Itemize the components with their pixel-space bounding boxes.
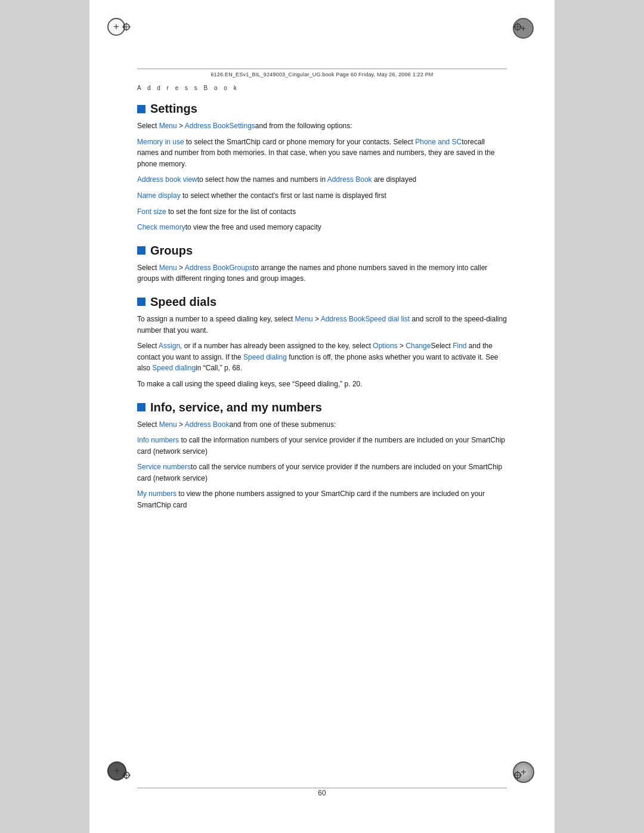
page: 6126.EN_ESv1_BIL_9249003_Cingular_UG.boo… <box>89 0 555 833</box>
address-book-link-s3: Address Book <box>327 175 372 184</box>
name-display-link: Name display <box>137 191 181 200</box>
settings-title: Settings <box>150 102 197 116</box>
info-service-p3: Service numbersto call the service numbe… <box>137 462 507 484</box>
service-numbers-link: Service numbers <box>137 463 191 471</box>
groups-title: Groups <box>150 244 193 258</box>
my-numbers-link: My numbers <box>137 490 177 498</box>
content-area: 6126.EN_ESv1_BIL_9249003_Cingular_UG.boo… <box>137 69 507 511</box>
speed-dialing-link2: Speed dialing <box>152 364 196 372</box>
address-book-link-s1: Address Book <box>185 122 230 130</box>
assign-link: Assign <box>159 342 180 350</box>
section-label: A d d r e s s B o o k <box>137 85 507 91</box>
change-link: Change <box>405 342 431 350</box>
address-book-view-link: Address book view <box>137 175 197 184</box>
speed-dials-heading: Speed dials <box>137 295 507 309</box>
memory-in-use-link: Memory in use <box>137 138 184 146</box>
speed-dial-list-link: Speed dial list <box>365 315 410 323</box>
check-memory-link: Check memory <box>137 223 185 231</box>
info-service-p2: Info numbers to call the information num… <box>137 435 507 457</box>
bottom-divider <box>137 788 507 788</box>
speed-dials-p2: Select Assign, or if a number has alread… <box>137 340 507 374</box>
header-divider <box>137 69 507 69</box>
speed-dials-title: Speed dials <box>150 295 216 309</box>
settings-heading: Settings <box>137 102 507 116</box>
groups-heading: Groups <box>137 244 507 258</box>
menu-link-s1: Menu <box>159 122 177 130</box>
menu-link-is1: Menu <box>159 420 177 429</box>
info-service-icon <box>137 403 145 411</box>
settings-p3: Address book viewto select how the names… <box>137 174 507 185</box>
crosshair-tl <box>122 23 131 31</box>
speed-dials-p3: To make a call using the speed dialing k… <box>137 379 507 390</box>
settings-icon <box>137 105 145 113</box>
info-numbers-link: Info numbers <box>137 436 179 444</box>
menu-link-sd1: Menu <box>295 315 313 323</box>
settings-p2: Memory in use to select the SmartChip ca… <box>137 137 507 170</box>
font-size-link: Font size <box>137 208 166 216</box>
groups-icon <box>137 246 145 255</box>
file-info: 6126.EN_ESv1_BIL_9249003_Cingular_UG.boo… <box>137 72 507 78</box>
info-service-p4: My numbers to view the phone numbers ass… <box>137 488 507 510</box>
crosshair-tr <box>513 23 522 31</box>
speed-dials-icon <box>137 298 145 306</box>
crosshair-br <box>513 771 522 779</box>
page-number: 60 <box>318 789 326 797</box>
address-book-link-sd1: Address Book <box>321 315 366 323</box>
crosshair-bl <box>122 771 131 779</box>
settings-p6: Check memoryto view the free and used me… <box>137 222 507 233</box>
groups-p1: Select Menu > Address BookGroupsto arran… <box>137 262 507 284</box>
settings-p5: Font size to set the font size for the l… <box>137 206 507 218</box>
menu-link-g1: Menu <box>159 264 177 272</box>
speed-dialing-link1: Speed dialing <box>243 353 287 361</box>
settings-p1: Select Menu > Address BookSettingsand fr… <box>137 120 507 132</box>
speed-dials-p1: To assign a number to a speed dialing ke… <box>137 314 507 336</box>
address-book-link-g1: Address Book <box>185 264 230 272</box>
address-book-link-is1: Address Book <box>185 420 230 429</box>
groups-link-g1: Groups <box>229 264 252 272</box>
settings-p4: Name display to select whether the conta… <box>137 190 507 202</box>
find-link: Find <box>453 342 466 350</box>
options-link: Options <box>373 342 397 350</box>
phone-and-sc-link: Phone and SC <box>415 138 462 146</box>
settings-link-s1: Settings <box>229 122 255 130</box>
info-service-title: Info, service, and my numbers <box>150 401 322 414</box>
info-service-p1: Select Menu > Address Bookand from one o… <box>137 419 507 431</box>
info-service-heading: Info, service, and my numbers <box>137 401 507 414</box>
